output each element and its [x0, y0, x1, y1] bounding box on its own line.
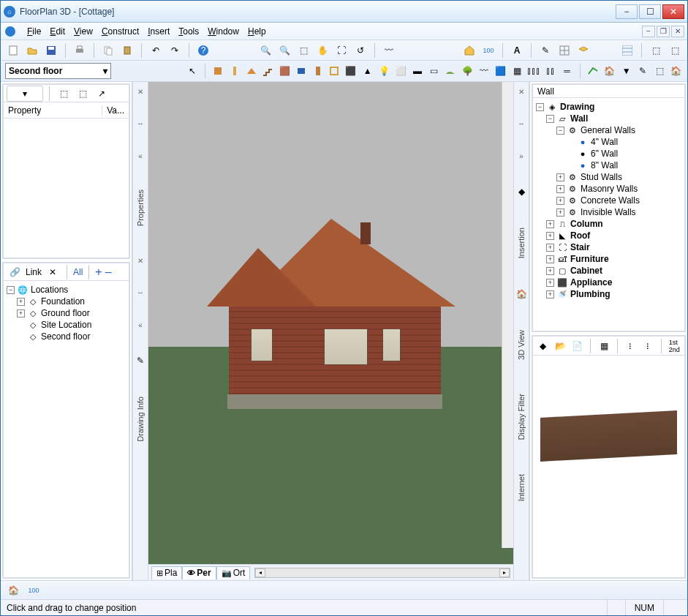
edit-info-icon[interactable]: ✎ — [132, 353, 148, 369]
zoom-prev-icon[interactable]: ↺ — [352, 42, 368, 59]
scroll-right-icon[interactable]: ▸ — [499, 568, 510, 577]
tree-furniture[interactable]: Furniture — [570, 254, 609, 264]
tree-wall[interactable]: Wall — [570, 113, 588, 124]
tab-display-filter[interactable]: Display Filter — [515, 388, 527, 446]
menu-tools[interactable]: Tools — [178, 26, 199, 37]
fixture-tool-icon[interactable]: ▲ — [360, 63, 374, 79]
expand-icon[interactable]: + — [546, 244, 554, 252]
collapse-icon[interactable]: − — [7, 286, 15, 294]
collapse-arrow-icon[interactable]: ↔ — [137, 288, 144, 296]
floor-selector[interactable]: Second floor ▾ — [5, 63, 111, 79]
all-filter[interactable]: All — [73, 267, 83, 277]
appliance-tool-icon[interactable]: ⬛ — [344, 63, 358, 79]
view3d-mini-icon[interactable]: 🏠 — [513, 286, 529, 302]
grid-tool-icon[interactable] — [556, 42, 572, 59]
prop-btn1-icon[interactable]: ⬚ — [56, 86, 72, 102]
close-button[interactable]: ✕ — [662, 4, 684, 19]
location-second[interactable]: Second floor — [41, 331, 90, 342]
edit-tool-icon[interactable]: ✎ — [537, 42, 553, 59]
cabinet-tool-icon[interactable] — [294, 63, 308, 79]
roof-tool-icon[interactable] — [244, 63, 258, 79]
expand-icon[interactable]: + — [546, 220, 554, 228]
opening-tool-icon[interactable]: ⬜ — [394, 63, 408, 79]
zoom-out-icon[interactable]: 🔍 — [276, 42, 292, 59]
tree-general-walls[interactable]: General Walls — [581, 125, 635, 135]
pool-tool-icon[interactable]: 🟦 — [494, 63, 507, 79]
locations-tree[interactable]: − 🌐 Locations + ◇ Foundation + ◇ Ground … — [4, 281, 129, 577]
tree-plumbing[interactable]: Plumbing — [570, 289, 610, 299]
pin-icon[interactable]: ✕ — [137, 88, 143, 96]
pv-list1-icon[interactable]: ⫶ — [624, 338, 638, 354]
collapse-icon[interactable]: − — [556, 127, 564, 135]
expand-icon[interactable]: + — [556, 197, 564, 205]
prop-combo[interactable]: ▾ — [7, 86, 43, 102]
bt-dim-icon[interactable]: 100 — [26, 582, 42, 598]
collapse-icon[interactable]: − — [536, 103, 544, 111]
property-column-header[interactable]: Property — [4, 105, 102, 116]
stair-tool-icon[interactable] — [261, 63, 275, 79]
expand-icon[interactable]: + — [546, 267, 554, 275]
tool-a-icon[interactable] — [586, 63, 600, 79]
tree-drawing[interactable]: Drawing — [560, 102, 594, 112]
link-icon[interactable]: 🔗 — [7, 264, 23, 280]
tab-3dview[interactable]: 3D View — [515, 324, 527, 366]
tool-d-icon[interactable]: ✎ — [636, 63, 650, 79]
tab-properties[interactable]: Properties — [135, 184, 146, 232]
open-icon[interactable] — [24, 42, 40, 59]
location-ground[interactable]: Ground floor — [41, 308, 90, 318]
house-model[interactable] — [207, 219, 455, 409]
tree-root-label[interactable]: Locations — [31, 285, 68, 295]
help-icon[interactable]: ? — [195, 42, 211, 59]
prop-btn2-icon[interactable]: ⬚ — [75, 86, 91, 102]
ref-icon[interactable]: ⬚ — [648, 42, 664, 59]
expand-icon[interactable]: + — [546, 232, 554, 240]
select-icon[interactable]: ↖ — [185, 63, 199, 79]
print-icon[interactable] — [72, 42, 88, 59]
expand-icon[interactable]: + — [17, 309, 25, 318]
expand-icon[interactable]: + — [556, 209, 564, 217]
light-tool-icon[interactable]: 💡 — [377, 63, 391, 79]
mdi-icon[interactable] — [5, 26, 15, 37]
collapse-arrow-icon[interactable]: ↔ — [518, 119, 525, 127]
undo-icon[interactable]: ↶ — [148, 42, 164, 59]
pv-list2-icon[interactable]: ⫶ — [640, 338, 654, 354]
insertion-tree[interactable]: − ◈ Drawing − ▱ Wall − ⚙ General Walls — [533, 98, 684, 331]
pv-sort-icon[interactable]: 1st2nd — [668, 338, 681, 354]
delete-link-icon[interactable]: ✕ — [45, 264, 61, 280]
zoom-in-icon[interactable]: 🔍 — [257, 42, 273, 59]
tool-c-icon[interactable]: ▼ — [619, 63, 633, 79]
tree-roof[interactable]: Roof — [570, 230, 590, 241]
new-icon[interactable] — [5, 42, 21, 59]
copy-icon[interactable] — [100, 42, 116, 59]
vertical-scrollbar[interactable] — [502, 82, 513, 548]
tree-stair[interactable]: Stair — [570, 242, 590, 252]
grid-display-icon[interactable] — [619, 42, 635, 59]
pv-open-icon[interactable]: 📂 — [553, 338, 567, 354]
expand-icon[interactable]: + — [546, 290, 554, 298]
tree-8wall[interactable]: 8" Wall — [591, 160, 618, 170]
plant-tool-icon[interactable]: 🌳 — [461, 63, 475, 79]
pin-icon[interactable]: ✕ — [137, 257, 143, 265]
viewport[interactable] — [148, 82, 513, 564]
terrain-tool-icon[interactable] — [444, 63, 458, 79]
menu-help[interactable]: Help — [248, 26, 266, 37]
tool-e-icon[interactable]: ⬚ — [653, 63, 667, 79]
column-tool-icon[interactable] — [227, 63, 241, 79]
preview-area[interactable] — [533, 356, 684, 577]
door-tool-icon[interactable] — [311, 63, 325, 79]
pan-icon[interactable]: ✋ — [314, 42, 330, 59]
tree-column[interactable]: Column — [570, 219, 603, 229]
layers-icon[interactable] — [575, 42, 591, 59]
bt-house-icon[interactable]: 🏠 — [5, 582, 21, 598]
save-icon[interactable] — [43, 42, 59, 59]
minimize-button[interactable]: − — [616, 4, 638, 19]
tool-b-icon[interactable]: 🏠 — [602, 63, 616, 79]
zoom-window-icon[interactable]: ⬚ — [295, 42, 311, 59]
tree-stud[interactable]: Stud Walls — [581, 172, 622, 182]
tool-f-icon[interactable]: 🏠 — [669, 63, 683, 79]
menu-insert[interactable]: Insert — [148, 26, 170, 37]
rail-tool-icon[interactable]: ═ — [560, 63, 574, 79]
dimension-icon[interactable]: 100 — [480, 42, 496, 59]
tree-masonry[interactable]: Masonry Walls — [581, 184, 638, 194]
mdi-restore-button[interactable]: ❐ — [657, 26, 670, 37]
